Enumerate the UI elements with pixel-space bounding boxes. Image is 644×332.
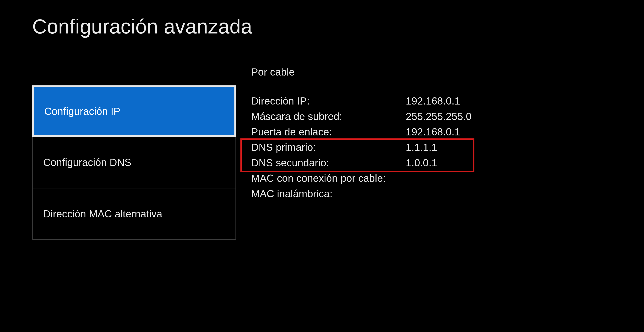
row-subnet-mask: Máscara de subred: 255.255.255.0: [251, 109, 487, 124]
connection-type-header: Por cable: [251, 66, 487, 78]
value-gateway: 192.168.0.1: [406, 124, 487, 140]
label-ip-address: Dirección IP:: [251, 93, 406, 109]
row-secondary-dns: DNS secundario: 1.0.0.1: [251, 155, 487, 170]
content-area: Configuración IP Configuración DNS Direc…: [32, 86, 612, 240]
label-secondary-dns: DNS secundario:: [251, 155, 406, 170]
value-secondary-dns: 1.0.0.1: [406, 155, 487, 170]
value-ip-address: 192.168.0.1: [406, 93, 487, 109]
menu-item-dns-settings[interactable]: Configuración DNS: [32, 137, 236, 188]
menu-item-ip-settings[interactable]: Configuración IP: [32, 86, 236, 137]
row-primary-dns: DNS primario: 1.1.1.1: [251, 140, 487, 155]
network-info-panel: Por cable Dirección IP: 192.168.0.1 Másc…: [251, 66, 487, 202]
settings-menu: Configuración IP Configuración DNS Direc…: [32, 86, 236, 240]
row-wired-mac: MAC con conexión por cable:: [251, 170, 487, 186]
label-gateway: Puerta de enlace:: [251, 124, 406, 140]
value-subnet-mask: 255.255.255.0: [406, 109, 487, 124]
menu-item-alt-mac[interactable]: Dirección MAC alternativa: [32, 188, 236, 240]
label-primary-dns: DNS primario:: [251, 140, 406, 155]
label-wireless-mac: MAC inalámbrica:: [251, 186, 406, 202]
menu-item-label: Configuración IP: [44, 105, 120, 117]
label-wired-mac: MAC con conexión por cable:: [251, 170, 406, 186]
page-title: Configuración avanzada: [32, 15, 612, 38]
value-primary-dns: 1.1.1.1: [406, 140, 487, 155]
dns-highlight-box: DNS primario: 1.1.1.1 DNS secundario: 1.…: [251, 140, 487, 170]
label-subnet-mask: Máscara de subred:: [251, 109, 406, 124]
menu-item-label: Dirección MAC alternativa: [43, 208, 162, 220]
row-ip-address: Dirección IP: 192.168.0.1: [251, 93, 487, 109]
network-details-list: Dirección IP: 192.168.0.1 Máscara de sub…: [251, 93, 487, 202]
menu-item-label: Configuración DNS: [43, 156, 132, 168]
row-wireless-mac: MAC inalámbrica:: [251, 186, 487, 202]
row-gateway: Puerta de enlace: 192.168.0.1: [251, 124, 487, 140]
